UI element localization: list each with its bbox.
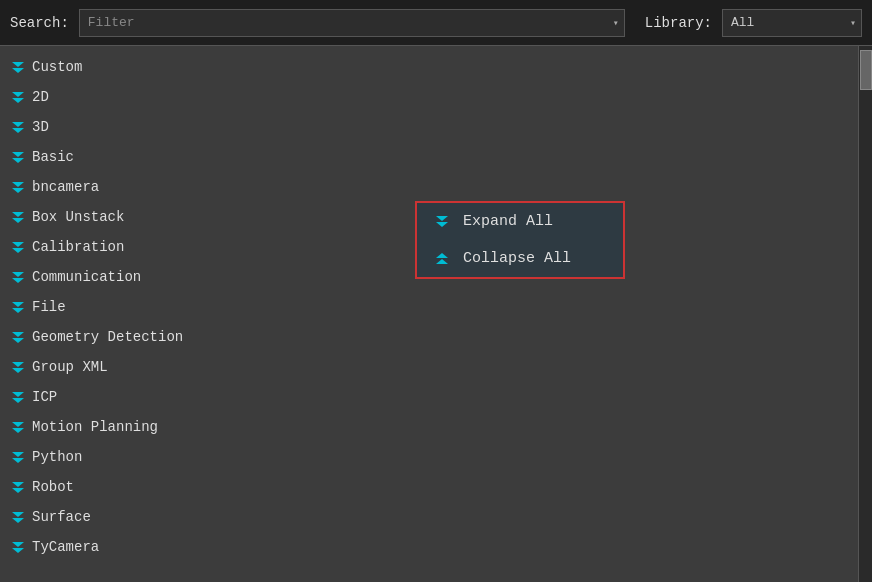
item-label: Geometry Detection: [32, 329, 183, 345]
expand-icon: [4, 446, 32, 468]
expand-icon: [4, 86, 32, 108]
expand-icon: [4, 146, 32, 168]
item-label: Python: [32, 449, 82, 465]
item-label: 3D: [32, 119, 49, 135]
expand-icon: [4, 506, 32, 528]
library-label: Library:: [645, 15, 712, 31]
expand-icon: [4, 356, 32, 378]
expand-icon: [4, 416, 32, 438]
list-item[interactable]: bncamera: [0, 172, 858, 202]
expand-icon: [4, 206, 32, 228]
list-item[interactable]: Robot: [0, 472, 858, 502]
item-label: Group XML: [32, 359, 108, 375]
item-label: Motion Planning: [32, 419, 158, 435]
header-bar: Search: ▾ Library: All Custom 2D 3D Basi…: [0, 0, 872, 46]
expand-icon: [4, 296, 32, 318]
collapse-all-icon: [433, 253, 451, 264]
item-label: Communication: [32, 269, 141, 285]
expand-icon: [4, 386, 32, 408]
search-wrapper: ▾: [79, 9, 625, 37]
item-label: Calibration: [32, 239, 124, 255]
expand-icon: [4, 326, 32, 348]
item-label: Surface: [32, 509, 91, 525]
library-wrapper: All Custom 2D 3D Basic ▾: [722, 9, 862, 37]
expand-icon: [4, 116, 32, 138]
expand-icon: [4, 536, 32, 558]
list-item[interactable]: Custom: [0, 52, 858, 82]
collapse-all-item[interactable]: Collapse All: [417, 240, 623, 277]
collapse-all-label: Collapse All: [463, 250, 571, 267]
search-label: Search:: [10, 15, 69, 31]
expand-icon: [4, 236, 32, 258]
list-item[interactable]: 2D: [0, 82, 858, 112]
item-label: ICP: [32, 389, 57, 405]
list-item[interactable]: 3D: [0, 112, 858, 142]
scrollbar-thumb[interactable]: [860, 50, 872, 90]
library-select[interactable]: All Custom 2D 3D Basic: [722, 9, 862, 37]
expand-all-item[interactable]: Expand All: [417, 203, 623, 240]
expand-icon: [4, 476, 32, 498]
item-label: 2D: [32, 89, 49, 105]
search-input[interactable]: [79, 9, 625, 37]
scrollbar-track[interactable]: [858, 46, 872, 582]
item-label: Basic: [32, 149, 74, 165]
list-item[interactable]: Geometry Detection: [0, 322, 858, 352]
expand-all-label: Expand All: [463, 213, 553, 230]
list-item[interactable]: Group XML: [0, 352, 858, 382]
list-item[interactable]: Basic: [0, 142, 858, 172]
list-item[interactable]: Surface: [0, 502, 858, 532]
expand-all-icon: [433, 216, 451, 227]
item-label: TyCamera: [32, 539, 99, 555]
list-item[interactable]: Python: [0, 442, 858, 472]
list-item[interactable]: TyCamera: [0, 532, 858, 562]
main-content: Custom2D3DBasicbncameraBox UnstackCalibr…: [0, 46, 872, 582]
item-label: Box Unstack: [32, 209, 124, 225]
item-label: File: [32, 299, 66, 315]
item-label: Custom: [32, 59, 82, 75]
list-item[interactable]: File: [0, 292, 858, 322]
context-menu: Expand All Collapse All: [415, 201, 625, 279]
item-label: bncamera: [32, 179, 99, 195]
expand-icon: [4, 56, 32, 78]
list-area[interactable]: Custom2D3DBasicbncameraBox UnstackCalibr…: [0, 46, 858, 582]
expand-icon: [4, 266, 32, 288]
expand-icon: [4, 176, 32, 198]
item-label: Robot: [32, 479, 74, 495]
list-item[interactable]: ICP: [0, 382, 858, 412]
list-item[interactable]: Motion Planning: [0, 412, 858, 442]
